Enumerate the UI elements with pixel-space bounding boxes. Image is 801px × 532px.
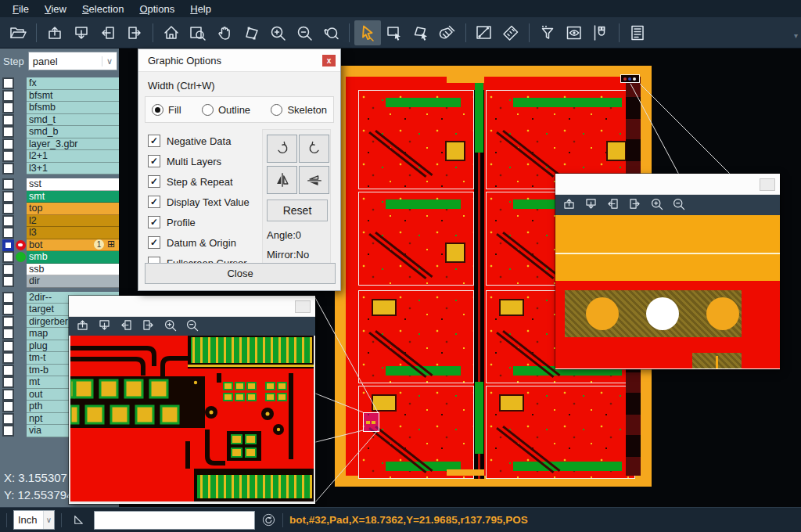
mag-tool-nudge-up[interactable]: [562, 196, 577, 214]
menu-options[interactable]: Options: [131, 2, 182, 16]
tool-nudge-right[interactable]: [121, 20, 148, 45]
mag-tool-nudge-left[interactable]: [605, 196, 620, 214]
mag-tool-nudge-down[interactable]: [97, 318, 112, 336]
mag-tool-zoom-in[interactable]: [649, 196, 664, 214]
layer-visibility-checkbox[interactable]: [2, 138, 14, 150]
tool-nudge-up[interactable]: [41, 20, 68, 45]
checkbox-icon[interactable]: ✓: [148, 236, 160, 249]
layer-visibility-checkbox[interactable]: [2, 340, 14, 352]
layer-visibility-checkbox[interactable]: [2, 178, 14, 190]
layer-visibility-checkbox[interactable]: [2, 425, 14, 437]
mag-tool-nudge-up[interactable]: [75, 318, 90, 336]
mirror-horizontal-button[interactable]: [299, 166, 329, 194]
mag-tool-nudge-left[interactable]: [119, 318, 134, 336]
dialog-title-bar[interactable]: Graphic Options x: [138, 49, 340, 72]
selected-pad-highlight[interactable]: [363, 412, 379, 432]
tool-zoom-out[interactable]: [291, 20, 318, 45]
tool-zoom-in[interactable]: [264, 20, 291, 45]
layer-name[interactable]: bfsmt: [27, 90, 119, 102]
tool-pan-hand[interactable]: [211, 20, 238, 45]
layer-visibility-checkbox[interactable]: [2, 376, 14, 388]
mag-tool-zoom-in[interactable]: [163, 318, 178, 336]
tool-measure-distance[interactable]: [471, 20, 497, 45]
tool-zoom-window[interactable]: [185, 20, 211, 45]
tool-nudge-down[interactable]: [68, 20, 95, 45]
tool-nudge-left[interactable]: [95, 20, 121, 45]
tool-select-cursor[interactable]: [354, 20, 381, 45]
close-button[interactable]: Close: [145, 263, 336, 284]
tool-report[interactable]: [624, 20, 651, 45]
layer-visibility-checkbox[interactable]: [2, 304, 14, 315]
radio-skeleton[interactable]: Skeleton: [271, 104, 327, 116]
layer-name[interactable]: l3: [27, 227, 119, 239]
tool-rect-select[interactable]: [381, 20, 408, 45]
checkbox-icon[interactable]: ✓: [148, 135, 160, 147]
magnifier-title-bar[interactable]: [69, 296, 315, 317]
radio-fill[interactable]: Fill: [152, 104, 181, 116]
layer-name[interactable]: fx: [27, 77, 119, 90]
rotate-ccw-button[interactable]: [299, 135, 329, 163]
layer-name[interactable]: ssb: [27, 264, 119, 276]
layer-visibility-checkbox[interactable]: [2, 191, 14, 203]
layer-visibility-checkbox[interactable]: [2, 90, 14, 102]
mag-tool-nudge-down[interactable]: [584, 196, 598, 214]
layer-visibility-checkbox[interactable]: [2, 102, 14, 113]
checkbox-icon[interactable]: ✓: [148, 196, 160, 208]
tool-layer-view[interactable]: [561, 20, 587, 45]
checkbox-icon[interactable]: ✓: [148, 155, 160, 167]
close-icon[interactable]: x: [322, 55, 336, 66]
layer-visibility-checkbox[interactable]: [2, 328, 14, 340]
refresh-icon[interactable]: [261, 512, 276, 527]
layer-visibility-checkbox[interactable]: [2, 401, 14, 412]
mag-tool-nudge-right[interactable]: [141, 318, 156, 336]
mag-tool-zoom-out[interactable]: [671, 196, 686, 214]
layer-visibility-checkbox[interactable]: [2, 251, 14, 263]
layer-visibility-checkbox[interactable]: [2, 203, 14, 214]
checkbox-profile[interactable]: ✓Profile: [148, 212, 262, 232]
layer-visibility-checkbox[interactable]: [2, 275, 14, 287]
layer-visibility-checkbox[interactable]: [2, 126, 14, 138]
tool-zoom-polygon[interactable]: [238, 20, 264, 45]
layer-name[interactable]: dir: [27, 275, 119, 288]
layer-name[interactable]: l3+1: [27, 163, 119, 175]
menu-view[interactable]: View: [37, 2, 74, 16]
tool-filter[interactable]: [534, 20, 561, 45]
layer-name[interactable]: bfsmb: [27, 102, 119, 114]
checkbox-icon[interactable]: ✓: [148, 175, 160, 188]
layer-visibility-checkbox[interactable]: [2, 316, 14, 328]
unit-select[interactable]: Inch ∨: [13, 510, 55, 530]
layer-name[interactable]: smd_t: [27, 114, 119, 127]
layer-name[interactable]: top: [27, 203, 119, 215]
checkbox-multi-layers[interactable]: ✓Multi Layers: [148, 151, 262, 171]
checkbox-icon[interactable]: ✓: [148, 216, 160, 228]
layer-name[interactable]: smd_b: [27, 126, 119, 138]
reset-button[interactable]: Reset: [267, 200, 328, 221]
menu-help[interactable]: Help: [182, 2, 219, 16]
magnifier-title-bar[interactable]: [555, 174, 780, 195]
layer-visibility-checkbox[interactable]: [2, 239, 14, 251]
chevron-down-icon[interactable]: ∨: [102, 56, 117, 66]
layer-name[interactable]: l2+1: [27, 150, 119, 163]
mag-tool-nudge-right[interactable]: [627, 196, 642, 214]
radio-outline[interactable]: Outline: [202, 104, 250, 116]
menu-selection[interactable]: Selection: [74, 2, 131, 16]
menu-file[interactable]: File: [5, 2, 37, 16]
graphic-options-dialog[interactable]: Graphic Options x Width (Ctrl+W) FillOut…: [138, 49, 341, 291]
magnifier-window-bottom-left[interactable]: [69, 296, 315, 504]
layer-name[interactable]: bot1⊞: [27, 239, 119, 252]
tool-clean-brush[interactable]: [434, 20, 461, 45]
layer-visibility-checkbox[interactable]: [2, 389, 14, 401]
layer-visibility-checkbox[interactable]: [2, 77, 14, 89]
mirror-vertical-button[interactable]: [267, 166, 297, 194]
layer-visibility-checkbox[interactable]: [2, 114, 14, 126]
radio-icon[interactable]: [152, 104, 163, 116]
rotate-cw-button[interactable]: [267, 135, 297, 163]
radio-icon[interactable]: [271, 104, 282, 116]
chevron-down-icon[interactable]: ∨: [43, 511, 54, 529]
tool-open-file[interactable]: [5, 20, 31, 45]
layer-name[interactable]: smb: [27, 251, 119, 264]
layer-visibility-checkbox[interactable]: [2, 150, 14, 162]
layer-visibility-checkbox[interactable]: [2, 413, 14, 425]
command-input[interactable]: [94, 511, 255, 530]
layer-visibility-checkbox[interactable]: [2, 215, 14, 227]
